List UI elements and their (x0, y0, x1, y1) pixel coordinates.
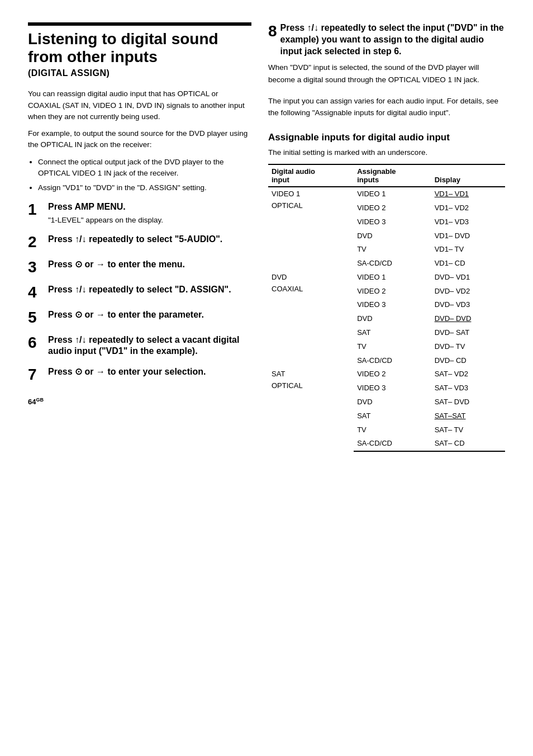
assignable-cell: SAT (354, 326, 431, 340)
table-body: VIDEO 1OPTICAL VIDEO 1 VD1– VD1 VIDEO 2 … (268, 187, 505, 451)
assignable-cell: DVD (354, 312, 431, 326)
step-5-title: Press ⊙ or → to enter the parameter. (48, 309, 251, 321)
table-header-row: Digital audioinput Assignableinputs Disp… (268, 164, 505, 187)
bullet-item-2: Assign "VD1" to "DVD" in the "D. ASSIGN"… (38, 182, 251, 193)
step-7-title: Press ⊙ or → to enter your selection. (48, 366, 251, 378)
display-value: DVD– DVD (435, 314, 472, 323)
step-7: 7 Press ⊙ or → to enter your selection. (28, 366, 251, 384)
step-6-number: 6 (28, 334, 48, 352)
title-block: Listening to digital sound from other in… (28, 22, 251, 78)
assignable-cell: TV (354, 423, 431, 437)
assignable-cell: VIDEO 3 (354, 298, 431, 312)
assignable-cell: VIDEO 3 (354, 215, 431, 229)
display-cell: SAT– VD2 (431, 367, 505, 381)
step-1-title: Press AMP MENU. (48, 201, 251, 213)
display-cell: DVD– VD3 (431, 298, 505, 312)
assignable-cell: SA-CD/CD (354, 354, 431, 368)
assignable-cell: TV (354, 243, 431, 257)
step-3-title: Press ⊙ or → to enter the menu. (48, 259, 251, 271)
display-cell: SAT– TV (431, 423, 505, 437)
display-cell: VD1– TV (431, 243, 505, 257)
step-5-number: 5 (28, 309, 48, 327)
display-cell: VD1– VD3 (431, 215, 505, 229)
assignable-cell: VIDEO 1 (354, 187, 431, 201)
step-8-block: 8 Press ↑/↓ repeatedly to select the inp… (268, 22, 505, 119)
step-6: 6 Press ↑/↓ repeatedly to select a vacan… (28, 334, 251, 359)
step-6-content: Press ↑/↓ repeatedly to select a vacant … (48, 334, 251, 359)
display-cell: SAT–SAT (431, 409, 505, 423)
bullet-item-1: Connect the optical output jack of the D… (38, 157, 251, 179)
display-cell: SAT– CD (431, 437, 505, 451)
bullet-list: Connect the optical output jack of the D… (38, 157, 251, 194)
page-title-main: Listening to digital sound from other in… (28, 30, 251, 66)
step-2-title: Press ↑/↓ repeatedly to select "5-AUDIO"… (48, 234, 251, 245)
step-7-content: Press ⊙ or → to enter your selection. (48, 366, 251, 379)
display-cell: VD1– VD2 (431, 201, 505, 215)
intro-paragraph1: You can reassign digital audio input tha… (28, 88, 251, 122)
display-value: SAT–SAT (435, 412, 466, 420)
display-cell: SAT– VD3 (431, 381, 505, 395)
assignable-cell: VIDEO 2 (354, 201, 431, 215)
step-8-desc2: The input you can assign varies for each… (268, 95, 505, 119)
audio-input-cell: SATOPTICAL (268, 367, 354, 451)
step-3: 3 Press ⊙ or → to enter the menu. (28, 259, 251, 276)
step-1-content: Press AMP MENU. "1-LEVEL" appears on the… (48, 201, 251, 226)
assignable-cell: TV (354, 340, 431, 354)
step-6-title: Press ↑/↓ repeatedly to select a vacant … (48, 334, 251, 358)
assignable-cell: DVD (354, 395, 431, 409)
page-title-sub: (DIGITAL ASSIGN) (28, 68, 251, 78)
col-header-display: Display (431, 164, 505, 187)
step-3-number: 3 (28, 259, 48, 276)
assignable-cell: DVD (354, 229, 431, 243)
step-2-content: Press ↑/↓ repeatedly to select "5-AUDIO"… (48, 234, 251, 247)
assignable-cell: VIDEO 2 (354, 367, 431, 381)
assignable-cell: SAT (354, 409, 431, 423)
step-2: 2 Press ↑/↓ repeatedly to select "5-AUDI… (28, 234, 251, 251)
step-1-desc: "1-LEVEL" appears on the display. (48, 215, 251, 226)
assignable-table: Digital audioinput Assignableinputs Disp… (268, 164, 505, 452)
step-4-content: Press ↑/↓ repeatedly to select "D. ASSIG… (48, 284, 251, 297)
step-8-desc1: When "DVD" input is selected, the sound … (268, 62, 505, 86)
display-cell: DVD– VD2 (431, 285, 505, 299)
display-cell: DVD– TV (431, 340, 505, 354)
assignable-cell: SA-CD/CD (354, 437, 431, 451)
step-1: 1 Press AMP MENU. "1-LEVEL" appears on t… (28, 201, 251, 226)
step-8-header: 8 Press ↑/↓ repeatedly to select the inp… (268, 22, 505, 62)
col-header-digital-audio: Digital audioinput (268, 164, 354, 187)
step-2-number: 2 (28, 234, 48, 251)
display-cell: DVD– VD1 (431, 271, 505, 285)
step-1-number: 1 (28, 201, 48, 219)
audio-input-cell: DVDCOAXIAL (268, 271, 354, 368)
page-layout: Listening to digital sound from other in… (28, 22, 505, 452)
right-column: 8 Press ↑/↓ repeatedly to select the inp… (268, 22, 505, 452)
assignable-cell: SA-CD/CD (354, 257, 431, 271)
display-cell: VD1– CD (431, 257, 505, 271)
step-8-title: Press ↑/↓ repeatedly to select the input… (280, 22, 505, 57)
table-row: SATOPTICAL VIDEO 2 SAT– VD2 (268, 367, 505, 381)
step-8-number: 8 (268, 22, 277, 40)
assignable-cell: VIDEO 3 (354, 381, 431, 395)
step-3-content: Press ⊙ or → to enter the menu. (48, 259, 251, 272)
step-5-content: Press ⊙ or → to enter the parameter. (48, 309, 251, 322)
page-suffix: GB (36, 397, 44, 403)
step-4-title: Press ↑/↓ repeatedly to select "D. ASSIG… (48, 284, 251, 296)
table-header: Digital audioinput Assignableinputs Disp… (268, 164, 505, 187)
assignable-cell: VIDEO 2 (354, 285, 431, 299)
assignable-sub: The initial setting is marked with an un… (268, 147, 505, 158)
display-value: VD1– VD1 (435, 190, 469, 198)
assignable-cell: VIDEO 1 (354, 271, 431, 285)
display-cell: DVD– CD (431, 354, 505, 368)
step-5: 5 Press ⊙ or → to enter the parameter. (28, 309, 251, 327)
table-row: DVDCOAXIAL VIDEO 1 DVD– VD1 (268, 271, 505, 285)
table-row: VIDEO 1OPTICAL VIDEO 1 VD1– VD1 (268, 187, 505, 201)
display-cell: VD1– DVD (431, 229, 505, 243)
display-cell: DVD– SAT (431, 326, 505, 340)
page-number: 64GB (28, 397, 251, 406)
audio-input-cell: VIDEO 1OPTICAL (268, 187, 354, 271)
display-cell: VD1– VD1 (431, 187, 505, 201)
col-header-assignable: Assignableinputs (354, 164, 431, 187)
step-4: 4 Press ↑/↓ repeatedly to select "D. ASS… (28, 284, 251, 301)
display-cell: DVD– DVD (431, 312, 505, 326)
intro-paragraph2: For example, to output the sound source … (28, 128, 251, 151)
assignable-heading: Assignable inputs for digital audio inpu… (268, 131, 505, 144)
